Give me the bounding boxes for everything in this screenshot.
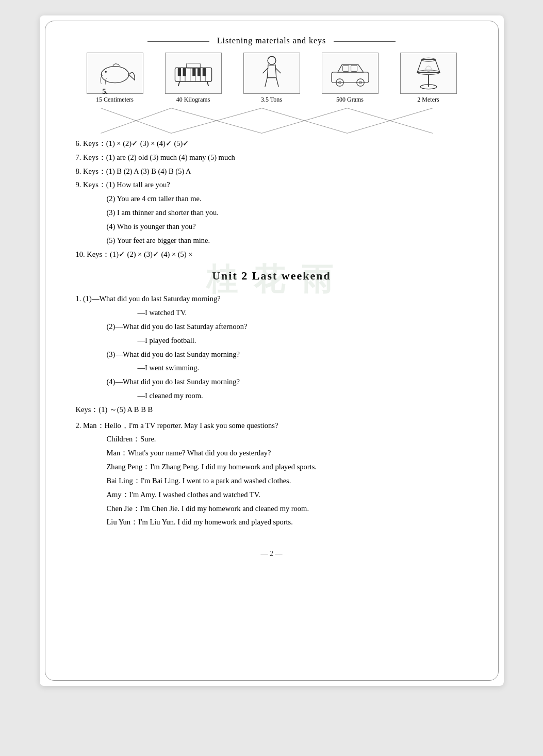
svg-rect-22 (351, 65, 357, 71)
key9-head: 9. Keys：(1) How tall are you? (76, 178, 473, 192)
header-title-text: Listening materials and keys (217, 36, 326, 45)
image-item-1: 15 Centimeters (81, 53, 149, 104)
s1-keys: Keys：(1) ～(5) A B B B (76, 403, 473, 417)
s2-children: Children：Sure. (76, 432, 473, 446)
svg-rect-11 (192, 68, 195, 76)
images-row: 15 Centimeters (71, 53, 473, 104)
key10: 10. Keys：(1)✓ (2) × (3)✓ (4) × (5) × (76, 248, 473, 261)
key9-2: (2) You are 4 cm taller than me. (76, 192, 473, 206)
image-item-2: 40 Kilograms (160, 53, 227, 104)
s2-liu: Liu Yun：I'm Liu Yun. I did my homework a… (76, 515, 473, 529)
image-item-4: 500 Grams (317, 53, 384, 104)
s4: (4)—What did you do last Sunday morning? (76, 375, 473, 389)
s2-chen: Chen Jie：I'm Chen Jie. I did my homework… (76, 502, 473, 516)
cross-lines (71, 108, 473, 134)
s3: (3)—What did you do last Sunday morning? (76, 348, 473, 361)
svg-rect-12 (198, 68, 201, 76)
key7: 7. Keys：(1) are (2) old (3) much (4) man… (76, 151, 473, 165)
key8: 8. Keys：(1) B (2) A (3) B (4) B (5) A (76, 165, 473, 178)
s3a: —I went swimming. (76, 361, 473, 375)
svg-point-31 (425, 66, 431, 72)
image-label-2: 40 Kilograms (176, 96, 210, 104)
key9-5: (5) Your feet are bigger than mine. (76, 234, 473, 248)
image-label-3: 3.5 Tons (261, 96, 282, 104)
section2-content: 2. Man：Hello，I'm a TV reporter. May I as… (71, 419, 473, 530)
s2-zhang: Zhang Peng：I'm Zhang Peng. I did my home… (76, 460, 473, 474)
image-label-5: 2 Meters (417, 96, 439, 104)
svg-point-1 (105, 71, 107, 73)
image-box-3 (243, 53, 300, 94)
item5-label: 5. (103, 88, 108, 96)
keys-section: 6. Keys：(1) × (2)✓ (3) × (4)✓ (5)✓ 7. Ke… (71, 137, 473, 261)
svg-line-15 (207, 81, 208, 86)
key9-4: (4) Who is younger than you? (76, 220, 473, 234)
svg-rect-21 (342, 65, 349, 71)
s2-intro: 2. Man：Hello，I'm a TV reporter. May I as… (76, 419, 473, 433)
s2-man2: Man：What's your name? What did you do ye… (76, 446, 473, 460)
s2-bai: Bai Ling：I'm Bai Ling. I went to a park … (76, 474, 473, 488)
image-box-2 (165, 53, 222, 94)
key6: 6. Keys：(1) × (2)✓ (3) × (4)✓ (5)✓ (76, 137, 473, 151)
image-label-4: 500 Grams (336, 96, 364, 104)
page: Listening materials and keys 5. (40, 15, 504, 686)
key9-3: (3) I am thinner and shorter than you. (76, 206, 473, 220)
s1-intro: 1. (1)—What did you do last Saturday mor… (76, 292, 473, 306)
svg-rect-13 (202, 68, 205, 76)
svg-rect-10 (183, 68, 186, 76)
image-item-3: 3.5 Tons (238, 53, 305, 104)
s2-amy: Amy：I'm Amy. I washed clothes and watche… (76, 488, 473, 502)
unit-heading: 桂 花 雨 Unit 2 Last weekend (71, 269, 473, 283)
image-box-4 (322, 53, 379, 94)
section1-content: 1. (1)—What did you do last Saturday mor… (71, 292, 473, 416)
page-number: — 2 — (261, 550, 283, 557)
s4a: —I cleaned my room. (76, 389, 473, 403)
page-footer: — 2 — (71, 550, 473, 558)
svg-line-14 (178, 81, 179, 86)
s1a: —I watched TV. (76, 306, 473, 320)
image-label-1: 15 Centimeters (96, 96, 134, 104)
unit-heading-text: Unit 2 Last weekend (212, 269, 331, 282)
image-box-5 (400, 53, 457, 94)
s2a: —I played football. (76, 334, 473, 348)
svg-rect-20 (332, 72, 369, 83)
svg-rect-9 (177, 68, 180, 76)
s2: (2)—What did you do last Saturday aftern… (76, 320, 473, 334)
image-box-1 (87, 53, 143, 94)
image-item-5: 2 Meters (395, 53, 462, 104)
section-header: Listening materials and keys (71, 36, 473, 45)
